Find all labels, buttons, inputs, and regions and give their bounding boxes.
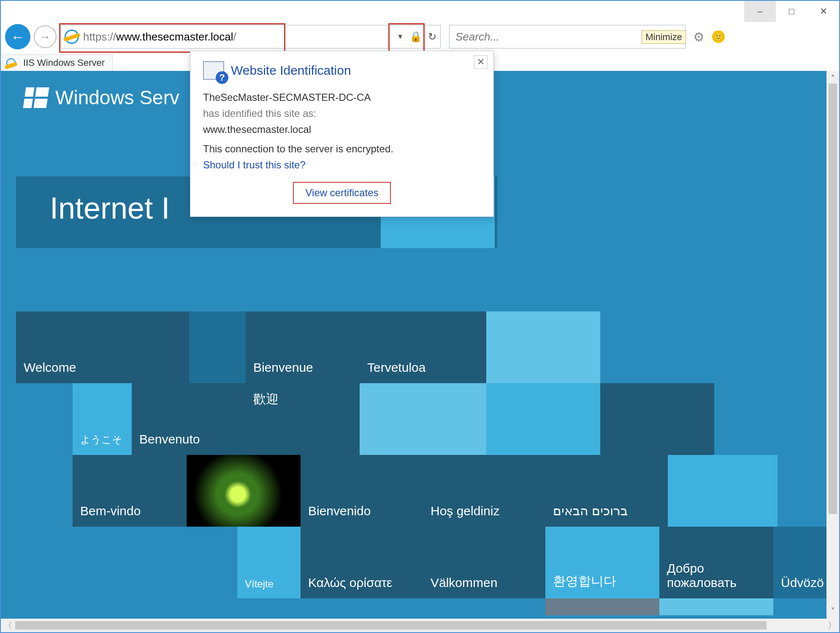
nav-bar: ← → https://www.thesecmaster.local/ ▼ 🔒 … bbox=[1, 22, 839, 51]
popup-site: www.thesecmaster.local bbox=[203, 124, 481, 135]
tile-huanying: 歡迎 bbox=[246, 383, 360, 455]
tile-bienvenue: Bienvenue bbox=[246, 311, 360, 383]
search-input[interactable] bbox=[455, 30, 658, 44]
popup-identified-label: has identified this site as: bbox=[203, 108, 481, 119]
view-certificates-link[interactable]: View certificates bbox=[306, 187, 379, 198]
tile-spacer bbox=[360, 383, 486, 455]
tile-kalos: Καλώς ορίσατε bbox=[301, 527, 423, 598]
scroll-right-icon[interactable]: 〉 bbox=[825, 620, 839, 631]
popup-encrypted: This connection to the server is encrypt… bbox=[203, 143, 481, 155]
tile-udvoz: Üdvözö bbox=[773, 527, 826, 598]
refresh-icon[interactable]: ↻ bbox=[428, 31, 436, 43]
browser-window: – □ ✕ ← → https://www.thesecmaster.local… bbox=[0, 0, 840, 633]
view-certificates-highlight: View certificates bbox=[293, 182, 391, 204]
vertical-scrollbar[interactable]: ˄ ˅ bbox=[826, 71, 839, 619]
scroll-down-icon[interactable]: ˅ bbox=[831, 603, 835, 619]
tile-tervetuloa: Tervetuloa bbox=[360, 311, 486, 383]
lock-icon[interactable]: 🔒 bbox=[409, 31, 422, 43]
vscroll-thumb[interactable] bbox=[829, 84, 837, 514]
maximize-button[interactable]: □ bbox=[776, 1, 807, 22]
website-identification-popup: ✕ ? Website Identification TheSecMaster-… bbox=[190, 51, 494, 217]
forward-button[interactable]: → bbox=[34, 25, 57, 48]
url-path: / bbox=[233, 30, 236, 43]
tile-photo bbox=[187, 455, 301, 527]
tile-dobro: Добро пожаловать bbox=[659, 527, 773, 598]
tile-vitejte: Vítejte bbox=[237, 527, 301, 598]
address-bar[interactable]: https://www.thesecmaster.local/ ▼ 🔒 ↻ bbox=[61, 25, 441, 49]
popup-issuer: TheSecMaster-SECMASTER-DC-CA bbox=[203, 92, 481, 103]
window-controls: – □ ✕ bbox=[744, 1, 839, 22]
tab-title: IIS Windows Server bbox=[23, 57, 105, 68]
minimize-button[interactable]: – bbox=[744, 1, 776, 22]
tile-benvenuto: Benvenuto bbox=[132, 383, 246, 455]
tile-bemvindo: Bem-vindo bbox=[73, 455, 187, 527]
tile-spacer bbox=[659, 598, 773, 615]
feedback-smiley-icon[interactable]: 🙂 bbox=[712, 30, 725, 43]
popup-close-button[interactable]: ✕ bbox=[474, 55, 488, 69]
back-button[interactable]: ← bbox=[5, 24, 30, 49]
ie-icon bbox=[65, 30, 79, 44]
tile-valkommen: Välkommen bbox=[423, 527, 545, 598]
hscroll-thumb[interactable] bbox=[15, 621, 767, 630]
tile-spacer bbox=[486, 383, 600, 455]
view-certificates-wrap: View certificates bbox=[203, 182, 481, 204]
toolbar-icons: ⚙ 🙂 bbox=[693, 30, 725, 44]
addr-dropdown-icon[interactable]: ▼ bbox=[397, 33, 404, 41]
popup-title: Website Identification bbox=[231, 63, 351, 78]
address-bar-wrap: https://www.thesecmaster.local/ ▼ 🔒 ↻ bbox=[61, 25, 441, 49]
horizontal-scrollbar[interactable]: 〈 〉 bbox=[1, 619, 839, 632]
certificate-icon: ? bbox=[203, 61, 224, 80]
url-proto: https:// bbox=[83, 30, 116, 43]
tile-hosgeldiniz: Hoş geldiniz bbox=[423, 455, 545, 527]
tile-youkoso: ようこそ bbox=[73, 383, 132, 455]
search-box[interactable]: 🔍 ▼ Minimize bbox=[449, 25, 686, 49]
tab-iis[interactable]: IIS Windows Server bbox=[3, 54, 113, 71]
tile-hwanyeong: 환영합니다 bbox=[545, 527, 659, 598]
tile-bienvenido: Bienvenido bbox=[301, 455, 423, 527]
popup-header: ? Website Identification bbox=[203, 61, 481, 80]
addr-right-icons: ▼ 🔒 ↻ bbox=[397, 25, 436, 49]
minimize-tooltip: Minimize bbox=[642, 30, 686, 44]
popup-trust-link[interactable]: Should I trust this site? bbox=[203, 159, 306, 170]
ie-icon bbox=[6, 58, 16, 68]
scroll-left-icon[interactable]: 〈 bbox=[1, 620, 15, 631]
gear-icon[interactable]: ⚙ bbox=[693, 30, 705, 44]
tile-spacer bbox=[486, 311, 600, 383]
tile-bruchim: ברוכים הבאים bbox=[545, 455, 668, 527]
tile-spacer bbox=[668, 455, 778, 527]
tile-welcome: Welcome bbox=[16, 311, 189, 383]
tile-spacer bbox=[600, 383, 714, 455]
tile-brick bbox=[545, 598, 659, 615]
close-button[interactable]: ✕ bbox=[807, 1, 839, 22]
url-host: www.thesecmaster.local bbox=[116, 30, 233, 43]
address-text: https://www.thesecmaster.local/ bbox=[83, 30, 236, 43]
